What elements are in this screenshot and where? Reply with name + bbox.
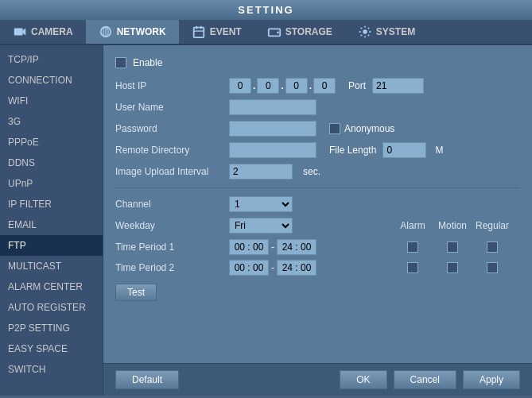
sidebar-item-autoregister[interactable]: AUTO REGISTER [0, 297, 103, 318]
time-period-2-label: Time Period 2 [115, 262, 223, 273]
ip-octet-3[interactable] [285, 78, 308, 94]
sidebar-item-p2p[interactable]: P2P SETTING [0, 318, 103, 338]
sidebar-item-switch[interactable]: SWITCH [0, 359, 103, 380]
period1-motion-cell [433, 242, 472, 253]
remote-dir-label: Remote Directory [115, 145, 223, 156]
tab-network-label: NETWORK [117, 26, 166, 37]
sidebar-item-email[interactable]: EMAIL [0, 214, 103, 235]
sidebar-item-alarmcenter[interactable]: ALARM CENTER [0, 276, 103, 297]
sidebar-item-connection[interactable]: CONNECTION [0, 70, 103, 91]
sidebar-item-pppoe[interactable]: PPPoE [0, 132, 103, 153]
tab-event-label: EVENT [210, 26, 242, 37]
time-period-2-start[interactable] [229, 260, 269, 276]
tab-camera-label: CAMERA [31, 26, 73, 37]
sec-label: sec. [303, 166, 320, 177]
time-period-1-row: Time Period 1 - [115, 239, 520, 255]
time-range-2: - [229, 260, 316, 276]
sidebar: TCP/IP CONNECTION WIFI 3G PPPoE DDNS UPn… [0, 45, 103, 396]
tab-system-label: SYSTEM [376, 26, 415, 37]
cancel-button[interactable]: Cancel [394, 370, 456, 389]
default-button[interactable]: Default [115, 370, 179, 389]
image-upload-input[interactable] [229, 164, 293, 180]
tab-bar: CAMERA NETWORK EVENT STORAGE SYSTEM [0, 20, 532, 45]
title-text: SETTING [238, 4, 293, 16]
tab-storage[interactable]: STORAGE [254, 20, 345, 44]
file-length-input[interactable] [382, 142, 426, 158]
sidebar-item-wifi[interactable]: WIFI [0, 91, 103, 111]
sidebar-item-upnp[interactable]: UPnP [0, 173, 103, 194]
time-range-1: - [229, 239, 316, 255]
sidebar-item-ddns[interactable]: DDNS [0, 153, 103, 173]
bottom-bar: Default OK Cancel Apply [103, 363, 532, 396]
action-buttons: OK Cancel Apply [340, 370, 520, 389]
password-label: Password [115, 123, 223, 134]
ok-button[interactable]: OK [340, 370, 386, 389]
enable-row: Enable [115, 57, 520, 68]
period2-motion-checkbox[interactable] [447, 262, 458, 273]
sidebar-item-ftp[interactable]: FTP [0, 235, 103, 256]
svg-point-10 [277, 32, 279, 34]
motion-col-header: Motion [433, 220, 472, 231]
sidebar-item-easyspace[interactable]: EASY SPACE [0, 338, 103, 359]
host-ip-row: Host IP . . . Port [115, 78, 520, 94]
anonymous-row: Anonymous [329, 123, 394, 134]
time-period-1-start[interactable] [229, 239, 269, 255]
main-layout: TCP/IP CONNECTION WIFI 3G PPPoE DDNS UPn… [0, 45, 532, 396]
m-label: M [435, 145, 443, 156]
title-bar: SETTING [0, 0, 532, 20]
period1-regular-checkbox[interactable] [487, 242, 498, 253]
period1-regular-cell [472, 242, 512, 253]
weekday-label: Weekday [115, 220, 223, 231]
sidebar-item-multicast[interactable]: MULTICAST [0, 256, 103, 276]
test-button[interactable]: Test [115, 284, 157, 301]
sidebar-item-tcpip[interactable]: TCP/IP [0, 49, 103, 70]
period1-motion-checkbox[interactable] [447, 242, 458, 253]
tab-camera[interactable]: CAMERA [0, 20, 86, 44]
weekday-select[interactable]: Fri Mon Tue Wed Thu Sat Sun [229, 218, 293, 234]
remote-dir-input[interactable] [229, 142, 316, 158]
weekday-row: Weekday Fri Mon Tue Wed Thu Sat Sun Alar… [115, 218, 520, 234]
ip-octet-2[interactable] [257, 78, 279, 94]
tab-event[interactable]: EVENT [179, 20, 254, 44]
time-period-1-end[interactable] [277, 239, 316, 255]
time-period-2-row: Time Period 2 - [115, 260, 520, 276]
username-input[interactable] [229, 99, 316, 115]
tab-system[interactable]: SYSTEM [345, 20, 428, 44]
period2-regular-cell [472, 262, 512, 273]
regular-col-header: Regular [472, 220, 512, 231]
channel-select[interactable]: 1 [229, 196, 293, 212]
ip-octet-1[interactable] [229, 78, 251, 94]
period2-alarm-checkbox[interactable] [407, 262, 418, 273]
svg-point-11 [363, 29, 367, 33]
apply-button[interactable]: Apply [463, 370, 520, 389]
tab-storage-label: STORAGE [285, 26, 332, 37]
time-period-1-label: Time Period 1 [115, 242, 223, 253]
period1-alarm-checkbox[interactable] [407, 242, 418, 253]
content-area: Enable Host IP . . . Port User Name Pass [103, 45, 532, 396]
enable-checkbox[interactable] [115, 57, 126, 68]
svg-rect-5 [193, 28, 204, 38]
period2-motion-cell [433, 262, 472, 273]
ip-octet-4[interactable] [313, 78, 336, 94]
password-input[interactable] [229, 121, 316, 137]
sidebar-item-ipfilter[interactable]: IP FILTER [0, 194, 103, 214]
test-button-row: Test [115, 280, 520, 301]
svg-rect-0 [14, 29, 23, 36]
channel-label: Channel [115, 199, 223, 210]
channel-row: Channel 1 [115, 196, 520, 212]
ip-group: . . . [229, 78, 336, 94]
divider-1 [115, 187, 520, 188]
enable-label: Enable [133, 57, 162, 68]
image-upload-label: Image Upload Interval [115, 166, 223, 177]
svg-marker-1 [23, 29, 26, 36]
anonymous-checkbox[interactable] [329, 123, 340, 134]
period2-regular-checkbox[interactable] [487, 262, 498, 273]
tab-network[interactable]: NETWORK [86, 20, 179, 44]
file-length-label: File Length [329, 145, 376, 156]
sidebar-item-3g[interactable]: 3G [0, 111, 103, 132]
host-ip-label: Host IP [115, 80, 223, 91]
period1-alarm-cell [393, 242, 433, 253]
alarm-col-header: Alarm [393, 220, 433, 231]
time-period-2-end[interactable] [277, 260, 316, 276]
port-input[interactable] [372, 78, 424, 94]
